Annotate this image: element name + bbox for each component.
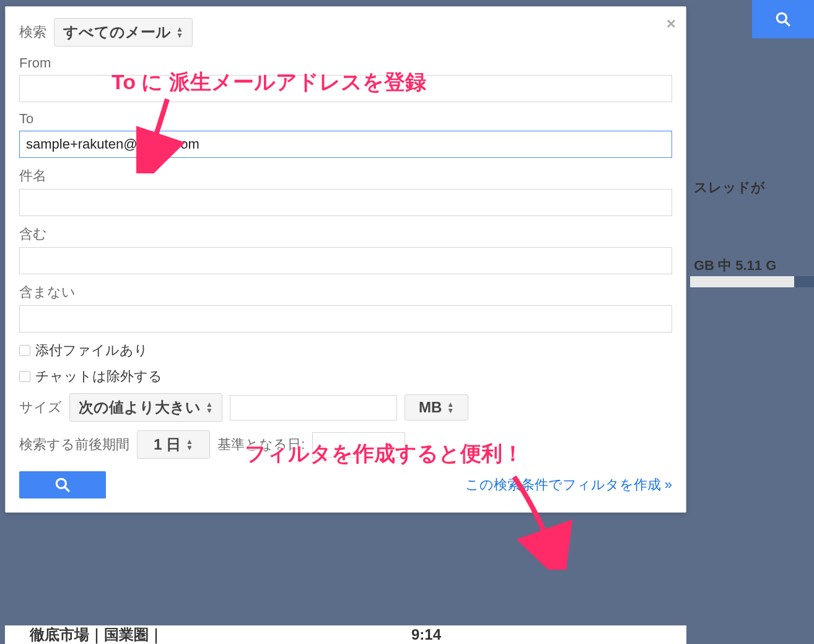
includes-group: 含む <box>19 225 672 274</box>
updown-icon: ▲▼ <box>176 26 183 38</box>
updown-icon: ▲▼ <box>186 438 193 451</box>
to-group: To <box>19 111 672 158</box>
attachment-row[interactable]: 添付ファイルあり <box>19 341 672 360</box>
to-label: To <box>19 111 672 127</box>
size-label: サイズ <box>19 398 62 417</box>
svg-point-2 <box>56 479 66 488</box>
from-input[interactable] <box>19 75 672 102</box>
from-group: From <box>19 55 672 102</box>
scope-label: 検索 <box>19 23 46 41</box>
size-comparator-select[interactable]: 次の値より大きい ▲▼ <box>69 393 222 422</box>
bottom-strip: 徹底市場｜国業圏｜ 9:14 <box>5 625 686 644</box>
bottom-time-text: 9:14 <box>411 626 441 643</box>
exclude-chat-label: チャットは除外する <box>35 367 162 386</box>
includes-label: 含む <box>19 225 672 243</box>
size-unit-select[interactable]: MB ▲▼ <box>405 394 468 420</box>
svg-line-1 <box>785 21 790 26</box>
date-base-input[interactable] <box>312 432 405 458</box>
svg-point-0 <box>777 13 786 22</box>
to-input[interactable] <box>19 131 672 158</box>
attachment-label: 添付ファイルあり <box>35 341 148 360</box>
scope-select[interactable]: すべてのメール ▲▼ <box>54 18 193 46</box>
close-icon[interactable]: × <box>667 14 676 33</box>
excludes-label: 含まない <box>19 283 672 302</box>
excludes-group: 含まない <box>19 283 672 333</box>
size-row: サイズ 次の値より大きい ▲▼ MB ▲▼ <box>19 393 672 422</box>
background-thread-text: スレッドが <box>694 178 765 197</box>
size-comparator-value: 次の値より大きい <box>79 398 201 417</box>
subject-group: 件名 <box>19 167 672 216</box>
subject-label: 件名 <box>19 167 672 185</box>
date-range-select[interactable]: 1 日 ▲▼ <box>137 430 210 459</box>
checkbox-icon[interactable] <box>19 345 30 356</box>
bottom-row: この検索条件でフィルタを作成 » <box>19 471 672 498</box>
includes-input[interactable] <box>19 247 672 274</box>
date-range-label: 検索する前後期間 <box>19 435 129 454</box>
date-range-value: 1 日 <box>154 435 181 455</box>
checkbox-icon[interactable] <box>19 371 30 382</box>
subject-input[interactable] <box>19 189 672 216</box>
size-value-input[interactable] <box>230 395 397 420</box>
scope-select-value: すべてのメール <box>63 22 171 42</box>
storage-bar <box>690 276 814 287</box>
create-filter-link[interactable]: この検索条件でフィルタを作成 » <box>465 476 672 494</box>
search-button-top[interactable] <box>752 0 814 38</box>
size-unit-value: MB <box>419 399 442 416</box>
storage-bar-fill <box>794 276 814 287</box>
search-icon <box>55 477 71 493</box>
updown-icon: ▲▼ <box>447 401 454 414</box>
date-base-label: 基準となる日: <box>217 435 305 454</box>
bottom-left-text: 徹底市場｜国業圏｜ <box>30 625 164 644</box>
from-label: From <box>19 55 672 71</box>
search-scope-row: 検索 すべてのメール ▲▼ <box>19 18 672 46</box>
updown-icon: ▲▼ <box>206 401 213 414</box>
search-icon <box>775 11 791 27</box>
exclude-chat-row[interactable]: チャットは除外する <box>19 367 672 386</box>
background-storage-text: GB 中 5.11 G <box>694 256 776 275</box>
search-button[interactable] <box>19 471 106 498</box>
svg-line-3 <box>64 487 69 492</box>
excludes-input[interactable] <box>19 305 672 333</box>
date-row: 検索する前後期間 1 日 ▲▼ 基準となる日: <box>19 430 672 459</box>
search-options-panel: × 検索 すべてのメール ▲▼ From To 件名 含む 含まない 添付ファイ… <box>5 6 686 513</box>
